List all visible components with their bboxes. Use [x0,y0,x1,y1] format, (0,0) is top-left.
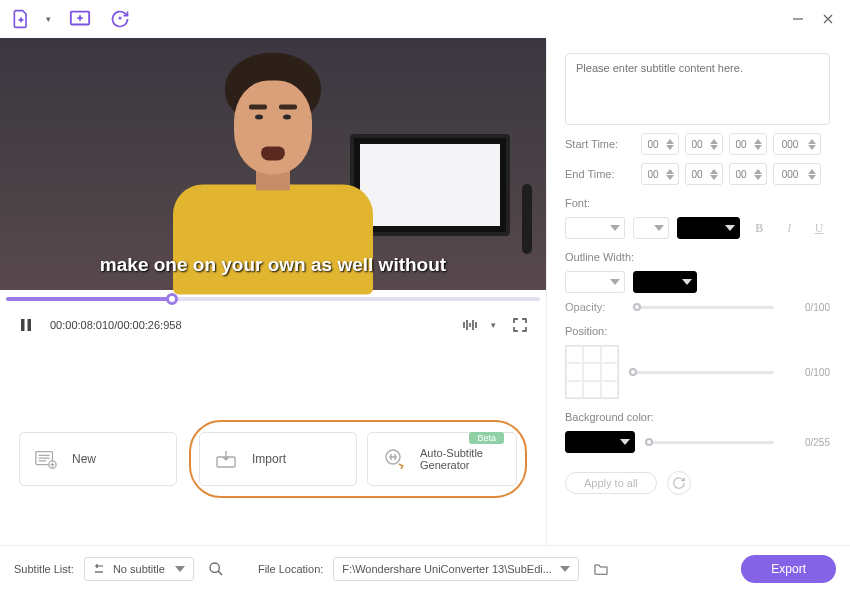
folder-icon[interactable] [589,557,613,581]
minimize-icon[interactable] [786,7,810,31]
file-location-value: F:\Wondershare UniConverter 13\SubEdi... [342,563,552,575]
outline-label: Outline Width: [565,251,830,263]
card-label: Auto-Subtitle Generator [420,447,502,471]
close-icon[interactable] [816,7,840,31]
position-slider[interactable] [629,371,774,374]
position-value: 0/100 [784,367,830,378]
footer: Subtitle List: No subtitle File Location… [0,545,850,591]
add-screen-icon[interactable] [69,8,91,30]
outline-width-select[interactable] [565,271,625,293]
titlebar: ▾ [0,0,850,38]
auto-generate-icon [382,448,406,470]
svg-rect-1 [21,319,25,331]
end-min-stepper[interactable] [685,163,723,185]
video-preview[interactable]: make one on your own as well without [0,38,546,290]
import-subtitle-card[interactable]: Import [199,432,357,486]
add-file-icon[interactable] [10,8,32,30]
start-ms-stepper[interactable] [773,133,821,155]
properties-panel: Start Time: End Time: Font: B I U Outlin… [546,38,848,545]
start-hour-stepper[interactable] [641,133,679,155]
outline-color-select[interactable] [633,271,697,293]
start-min-stepper[interactable] [685,133,723,155]
chevron-down-icon[interactable]: ▾ [491,320,496,330]
end-ms-stepper[interactable] [773,163,821,185]
card-label: Import [252,452,286,466]
bgcolor-label: Background color: [565,411,830,423]
refresh-add-icon[interactable] [109,8,131,30]
opacity-value: 0/100 [784,302,830,313]
waveform-icon[interactable] [461,315,481,335]
chevron-down-icon[interactable]: ▾ [46,14,51,24]
file-location-label: File Location: [258,563,323,575]
end-time-label: End Time: [565,168,635,180]
export-button[interactable]: Export [741,555,836,583]
fullscreen-icon[interactable] [510,315,530,335]
video-caption: make one on your own as well without [0,254,546,276]
pause-icon[interactable] [16,315,36,335]
position-label: Position: [565,325,830,337]
font-family-select[interactable] [565,217,625,239]
svg-point-7 [210,563,219,572]
position-grid[interactable] [565,345,619,399]
new-file-icon [34,448,58,470]
bgcolor-select[interactable] [565,431,635,453]
timecode: 00:00:08:010/00:00:26:958 [50,319,182,331]
subtitle-list-select[interactable]: No subtitle [84,557,194,581]
bgcolor-slider[interactable] [645,441,774,444]
new-subtitle-card[interactable]: New [19,432,177,486]
auto-subtitle-card[interactable]: Beta Auto-Subtitle Generator [367,432,517,486]
beta-badge: Beta [469,432,504,444]
subtitle-list-value: No subtitle [113,563,165,575]
file-location-select[interactable]: F:\Wondershare UniConverter 13\SubEdi... [333,557,579,581]
font-color-select[interactable] [677,217,741,239]
subtitle-content-input[interactable] [565,53,830,125]
end-sec-stepper[interactable] [729,163,767,185]
end-hour-stepper[interactable] [641,163,679,185]
underline-icon[interactable]: U [808,217,830,239]
subtitle-list-label: Subtitle List: [14,563,74,575]
card-label: New [72,452,96,466]
font-size-select[interactable] [633,217,669,239]
font-label: Font: [565,197,830,209]
svg-rect-2 [28,319,32,331]
bgcolor-value: 0/255 [784,437,830,448]
import-icon [214,448,238,470]
start-sec-stepper[interactable] [729,133,767,155]
bold-icon[interactable]: B [748,217,770,239]
reset-icon[interactable] [667,471,691,495]
italic-icon[interactable]: I [778,217,800,239]
start-time-label: Start Time: [565,138,635,150]
highlighted-group: Import Beta Auto-Subtitle Generator [189,420,527,498]
opacity-slider[interactable] [633,306,774,309]
opacity-label: Opacity: [565,301,623,313]
timeline-slider[interactable] [0,290,546,308]
search-icon[interactable] [204,557,228,581]
apply-to-all-button[interactable]: Apply to all [565,472,657,494]
